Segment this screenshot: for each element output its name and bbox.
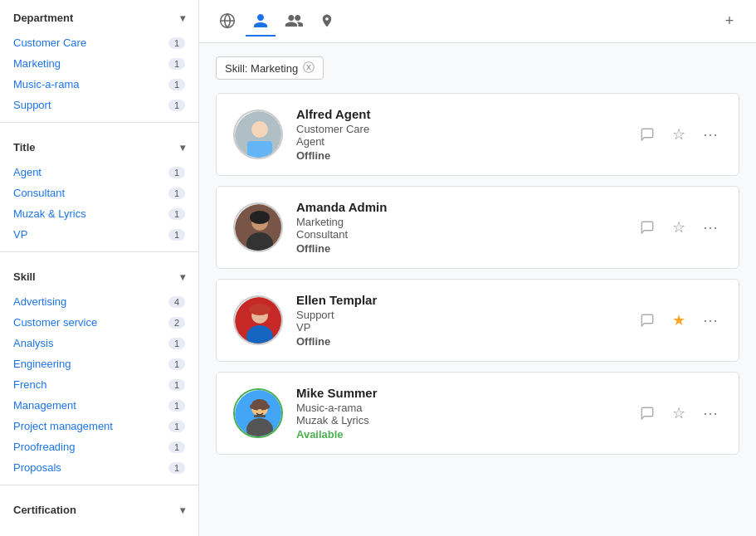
- add-tab-button[interactable]: +: [716, 8, 743, 35]
- main-content: + Skill: Marketing ⓧ Alfred Agent Custom…: [199, 0, 756, 536]
- sidebar-title-item[interactable]: Muzak & Lyrics1: [0, 203, 198, 224]
- sidebar-title-item[interactable]: Agent1: [0, 162, 198, 183]
- agent-title: Consultant: [296, 228, 622, 241]
- sidebar-section-title-label: Title: [13, 141, 36, 153]
- sidebar-title-item[interactable]: Consultant1: [0, 183, 198, 203]
- chip-label: Skill: Marketing: [225, 62, 298, 75]
- svg-rect-4: [247, 141, 272, 159]
- chat-icon[interactable]: [636, 123, 659, 146]
- agent-department: Music-a-rama: [296, 402, 622, 414]
- skill-filter-chip[interactable]: Skill: Marketing ⓧ: [216, 56, 324, 80]
- sidebar-section-department[interactable]: Department ▾: [0, 0, 198, 32]
- tabs-bar: +: [199, 0, 756, 43]
- avatar: [233, 388, 283, 438]
- sidebar-skill-items: Advertising4Customer service2Analysis1En…: [0, 291, 198, 478]
- star-icon[interactable]: ☆: [667, 216, 690, 239]
- agent-cards-list: Alfred Agent Customer Care Agent Offline…: [216, 93, 739, 455]
- agent-actions: ★ ⋯: [636, 309, 722, 332]
- sidebar-section-certification[interactable]: Certification ▾: [0, 492, 198, 524]
- agent-title: Muzak & Lyrics: [296, 414, 622, 426]
- sidebar-department-items: Customer Care1Marketing1Music-a-rama1Sup…: [0, 32, 198, 115]
- agent-name: Mike Summer: [296, 386, 622, 400]
- tab-location[interactable]: [312, 7, 342, 37]
- agent-name: Ellen Templar: [296, 293, 622, 307]
- agent-status: Offline: [296, 242, 622, 255]
- sidebar-skill-item[interactable]: French1: [0, 374, 198, 395]
- chat-icon[interactable]: [636, 216, 659, 239]
- sidebar-section-title[interactable]: Title ▾: [0, 129, 198, 162]
- svg-point-3: [251, 121, 268, 138]
- agent-title: VP: [296, 321, 622, 334]
- sidebar-title-items: Agent1Consultant1Muzak & Lyrics1VP1: [0, 162, 198, 245]
- agent-name: Alfred Agent: [296, 107, 622, 121]
- more-icon[interactable]: ⋯: [699, 216, 722, 239]
- svg-point-20: [263, 404, 270, 409]
- agent-info: Amanda Admin Marketing Consultant Offlin…: [296, 200, 622, 255]
- sidebar-skill-item[interactable]: Analysis1: [0, 333, 198, 353]
- divider-2: [0, 251, 198, 252]
- sidebar-department-item[interactable]: Music-a-rama1: [0, 74, 198, 95]
- sidebar-skill-item[interactable]: Engineering1: [0, 353, 198, 374]
- sidebar-department-item[interactable]: Support1: [0, 95, 198, 115]
- more-icon[interactable]: ⋯: [699, 402, 722, 425]
- divider-3: [0, 485, 198, 485]
- agent-info: Alfred Agent Customer Care Agent Offline: [296, 107, 622, 162]
- sidebar-skill-item[interactable]: Project management1: [0, 416, 198, 436]
- chip-close-icon[interactable]: ⓧ: [303, 61, 315, 76]
- svg-point-19: [250, 404, 256, 409]
- sidebar-department-item[interactable]: Customer Care1: [0, 32, 198, 53]
- star-icon[interactable]: ☆: [667, 123, 690, 146]
- agent-card: Ellen Templar Support VP Offline ★ ⋯: [216, 279, 739, 362]
- agent-actions: ☆ ⋯: [636, 216, 722, 239]
- agent-card: Mike Summer Music-a-rama Muzak & Lyrics …: [216, 372, 739, 455]
- chevron-down-icon: ▾: [180, 12, 185, 24]
- sidebar-skill-item[interactable]: Proofreading1: [0, 436, 198, 457]
- agent-title: Agent: [296, 135, 622, 148]
- content-area: Skill: Marketing ⓧ Alfred Agent Customer…: [199, 43, 756, 536]
- agent-actions: ☆ ⋯: [636, 123, 722, 146]
- chevron-down-icon-3: ▾: [180, 271, 185, 283]
- agent-card: Alfred Agent Customer Care Agent Offline…: [216, 93, 739, 176]
- chat-icon[interactable]: [636, 309, 659, 332]
- svg-point-12: [249, 304, 271, 315]
- sidebar-skill-item[interactable]: Advertising4: [0, 291, 198, 312]
- sidebar-section-skill-label: Skill: [13, 270, 36, 283]
- sidebar-section-department-label: Department: [13, 12, 73, 24]
- sidebar: Department ▾ Customer Care1Marketing1Mus…: [0, 0, 199, 536]
- tab-globe[interactable]: [212, 7, 242, 37]
- chevron-down-icon-2: ▾: [180, 142, 185, 153]
- star-icon[interactable]: ☆: [667, 402, 690, 425]
- chat-icon[interactable]: [636, 402, 659, 425]
- sidebar-title-item[interactable]: VP1: [0, 224, 198, 245]
- agent-department: Support: [296, 309, 622, 321]
- sidebar-section-certification-label: Certification: [13, 504, 76, 516]
- divider-1: [0, 122, 198, 123]
- sidebar-department-item[interactable]: Marketing1: [0, 53, 198, 74]
- agent-info: Mike Summer Music-a-rama Muzak & Lyrics …: [296, 386, 622, 441]
- svg-point-21: [257, 409, 262, 414]
- chevron-down-icon-4: ▾: [180, 504, 185, 516]
- agent-department: Customer Care: [296, 123, 622, 135]
- avatar: [233, 202, 283, 252]
- svg-point-8: [250, 211, 270, 224]
- agent-card: Amanda Admin Marketing Consultant Offlin…: [216, 186, 739, 269]
- filter-chips: Skill: Marketing ⓧ: [216, 56, 739, 80]
- agent-name: Amanda Admin: [296, 200, 622, 214]
- agent-status: Offline: [296, 335, 622, 348]
- agent-info: Ellen Templar Support VP Offline: [296, 293, 622, 348]
- more-icon[interactable]: ⋯: [699, 123, 722, 146]
- svg-rect-22: [254, 415, 266, 417]
- more-icon[interactable]: ⋯: [699, 309, 722, 332]
- sidebar-section-skill[interactable]: Skill ▾: [0, 259, 198, 291]
- sidebar-skill-item[interactable]: Proposals1: [0, 457, 198, 478]
- tab-group[interactable]: [279, 7, 309, 37]
- tab-person[interactable]: [246, 7, 276, 37]
- agent-status: Offline: [296, 149, 622, 162]
- sidebar-skill-item[interactable]: Customer service2: [0, 312, 198, 333]
- avatar: [233, 110, 283, 159]
- agent-actions: ☆ ⋯: [636, 402, 722, 425]
- sidebar-skill-item[interactable]: Management1: [0, 395, 198, 416]
- agent-department: Marketing: [296, 216, 622, 228]
- avatar: [233, 295, 283, 345]
- star-icon[interactable]: ★: [667, 309, 690, 332]
